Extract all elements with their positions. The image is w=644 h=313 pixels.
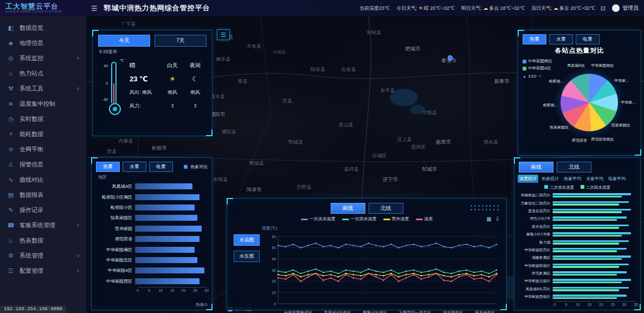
legend-item[interactable]: 室外温度 — [383, 216, 409, 222]
sidebar-item-service[interactable]: ☎客服系统管理∨ — [0, 218, 86, 233]
water-temp-panel: 南线北线 一次供水温度一次回水温度室外温度温差 ▦ ⇩ 水温图水压图 温度(℃)… — [227, 198, 507, 310]
stat-subtab-电量平均[interactable]: 电量平均 — [607, 175, 627, 183]
forecast-label: 明日天气: — [461, 5, 482, 12]
legend-item[interactable]: 一次供水温度 — [301, 216, 336, 222]
sidebar-item-curve[interactable]: ∿曲线对比 — [0, 172, 86, 187]
sidebar-menu: ◧数据总览◈地理信息◎系统监控∨♨热力站点⚒系统工具∨≋温度集中控制◷实时数据⚡… — [0, 20, 86, 278]
map-place-label: 兖州区 — [411, 143, 426, 150]
bar-二次供水温度 — [553, 209, 631, 211]
x-axis: 05101520253035 — [555, 301, 636, 308]
bar-category-label: 检察院小区 — [96, 205, 135, 210]
weather-tab-7天[interactable]: 7天 — [154, 35, 207, 47]
sidebar-item-monitor[interactable]: ◎系统监控∨ — [0, 50, 86, 66]
sidebar-item-tempctrl[interactable]: ≋温度集中控制 — [0, 96, 86, 111]
page-down-icon[interactable]: ▼ — [538, 74, 542, 78]
sidebar-item-alarm[interactable]: ⚠报警信息 — [0, 157, 86, 172]
bar-row: 检察院小区南区 — [92, 191, 212, 202]
bar-track — [135, 183, 207, 189]
legend-item[interactable]: 温差 — [416, 216, 433, 222]
sidebar-item-geo[interactable]: ◈地理信息 — [0, 35, 86, 50]
map-place-label: 巨野县 — [297, 183, 311, 190]
sidebar-item-oplog[interactable]: ✎操作记录 — [0, 202, 86, 218]
thermometer: ℃ 40 0 -40 — [98, 58, 130, 123]
stat-subtab-热量平均[interactable]: 热量平均 — [562, 175, 583, 183]
chart-mode-水压图[interactable]: 水压图 — [234, 251, 260, 262]
map-place-label: 汶上县 — [397, 136, 411, 143]
axis-tick-label: 10 — [576, 303, 580, 306]
sidebar-item-label: 系统管理 — [20, 252, 76, 260]
map-panel-toggle-icon[interactable]: ☰ — [217, 29, 230, 40]
map-place-label: 莘县 — [238, 78, 248, 85]
area-heat-header: 热量水量电量 热量对比 — [96, 162, 208, 172]
legend-item[interactable]: 一次回水温度 — [342, 216, 377, 222]
bar-二次供水温度 — [553, 248, 627, 250]
stat-subtab-热量统计[interactable]: 热量统计 — [540, 175, 561, 183]
rightbar-tab-北线[interactable]: 北线 — [557, 162, 591, 173]
sidebar-item-tools[interactable]: ⚒系统工具∨ — [0, 81, 86, 96]
map-place-label: 清丰县 — [210, 93, 225, 100]
cloud-icon: ☁ — [483, 5, 488, 11]
sidebar-item-stations[interactable]: ♨热力站点 — [0, 66, 86, 81]
bar-category-label: 城建家属院 — [518, 255, 552, 260]
pie-tab-水量[interactable]: 水量 — [549, 34, 573, 44]
bar-track — [552, 216, 636, 221]
line-tab-北线[interactable]: 北线 — [369, 203, 403, 214]
rightbar-tab-南线[interactable]: 南线 — [519, 162, 553, 173]
sidebar-item-sysmgmt[interactable]: ⚙系统管理∨ — [0, 248, 86, 263]
legend-marker — [301, 219, 308, 220]
legend-item[interactable]: 中华家园A区 — [523, 66, 552, 71]
legend-item[interactable]: 中华家园南区 — [523, 59, 552, 64]
save-image-icon[interactable]: ⇩ — [495, 216, 500, 222]
bar-二次供水温度 — [553, 287, 629, 289]
sidebar-item-config[interactable]: ☲配置管理∨ — [0, 263, 86, 278]
legend-label: 一次回水温度 — [351, 216, 377, 221]
bar-二次回水温度 — [553, 258, 622, 260]
leftbar-tab-电量[interactable]: 电量 — [149, 162, 173, 172]
bar-二次回水温度 — [553, 203, 619, 206]
sidebar-item-heatdata[interactable]: ♨热表数据 — [0, 233, 86, 248]
energy-icon: ⚡ — [7, 131, 15, 138]
sidebar-item-balance[interactable]: ≎全网平衡 — [0, 142, 86, 157]
avatar[interactable] — [612, 4, 620, 12]
legend-item[interactable]: 二次供水温度 — [544, 185, 574, 190]
data-view-icon[interactable]: ▦ — [486, 216, 491, 222]
balance-icon: ≎ — [7, 146, 15, 153]
cloud-icon: ☁ — [553, 5, 558, 11]
line-panel-header: 南线北线 — [227, 203, 506, 214]
sidebar-item-energy[interactable]: ⚡能耗数据 — [0, 126, 86, 142]
pie-tab-热量[interactable]: 热量 — [523, 34, 546, 44]
bar-row: 理元小区1号 — [514, 215, 640, 222]
line-tab-南线[interactable]: 南线 — [331, 203, 365, 214]
sidebar-item-overview[interactable]: ◧数据总览 — [0, 20, 86, 35]
axis-tick-label: 15 — [587, 303, 591, 306]
stat-subtab-温度统计[interactable]: 温度统计 — [518, 175, 538, 183]
sidebar-item-label: 配置管理 — [20, 267, 76, 275]
chart-mode-水温图[interactable]: 水温图 — [234, 234, 260, 246]
weather-tab-今天[interactable]: 今天 — [98, 35, 150, 47]
status-url: 192.168.254.196:8000 — [0, 305, 66, 313]
bar-category-label: 魅力城 — [518, 240, 552, 245]
bar-category-label: 和馨家园二期高区 — [518, 193, 552, 198]
leftbar-tab-热量[interactable]: 热量 — [96, 162, 120, 172]
map-place-label: 曲阜市 — [436, 139, 452, 146]
bar-category-label: 师范家属院 — [518, 271, 552, 276]
pie-tab-电量[interactable]: 电量 — [576, 34, 600, 44]
stat-subtab-水量平均[interactable]: 水量平均 — [584, 175, 605, 183]
sidebar-item-realtime[interactable]: ◷实时数据 — [0, 111, 86, 126]
thermometer-unit: ℃ — [120, 59, 124, 63]
leftbar-tab-水量[interactable]: 水量 — [123, 162, 146, 172]
menu-collapse-icon[interactable]: ☰ — [91, 4, 98, 12]
bar-row: 凤凰城A区 — [92, 181, 212, 191]
thermometer-tick: 0 — [99, 81, 108, 85]
map-place-label: 东平县 — [381, 87, 395, 94]
legend-item[interactable]: 二次回水温度 — [581, 185, 610, 190]
fullscreen-icon[interactable]: ⊡ — [601, 5, 606, 12]
bar-track — [552, 209, 636, 213]
map-canvas[interactable]: 广平县馆陶县大名县石楼镇阳谷县东阿县台前县东平县莘县清丰县南乐县濮阳市濮阳县内黄… — [87, 16, 644, 313]
night-wind-power: 3 — [194, 99, 196, 113]
sidebar-item-report[interactable]: ▤数据报表 — [0, 187, 86, 202]
page-up-icon[interactable]: ▲ — [523, 74, 526, 78]
bar-二次供水温度 — [553, 225, 629, 227]
bar-track — [135, 247, 207, 253]
chevron-down-icon: ∨ — [76, 253, 80, 258]
